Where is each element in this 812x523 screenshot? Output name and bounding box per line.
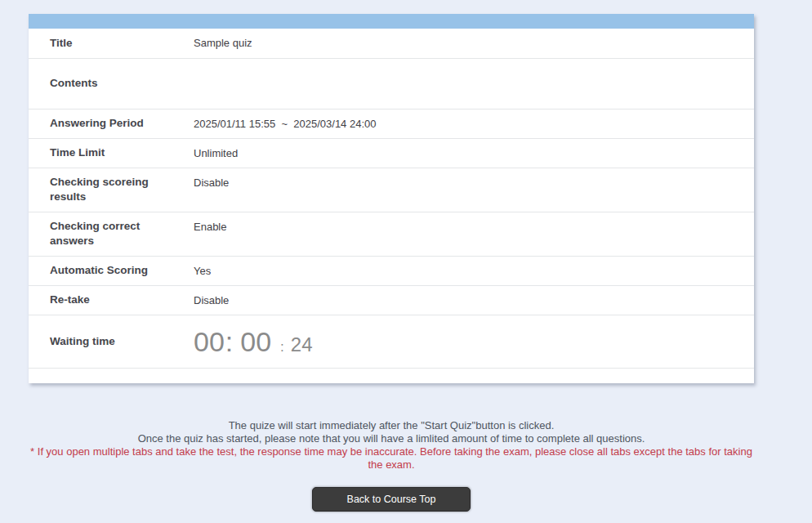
button-row: Back to Course Top	[29, 487, 754, 512]
quiz-info-card: Title Sample quiz Contents Answering Per…	[29, 14, 754, 383]
table-row-title: Title Sample quiz	[29, 29, 754, 58]
card-footer-strip	[29, 368, 754, 383]
waiting-time-countdown: 00:00:24	[194, 327, 744, 356]
row-value-automatic-scoring: Yes	[194, 256, 754, 285]
quiz-info-table: Title Sample quiz Contents Answering Per…	[29, 29, 754, 368]
table-row-retake: Re-take Disable	[29, 285, 754, 315]
table-row-waiting-time: Waiting time 00:00:24	[29, 315, 754, 368]
table-row-answering-period: Answering Period 2025/01/11 15:55 ~ 2025…	[29, 109, 754, 138]
quiz-instructions: The quize will start immediately after t…	[29, 419, 754, 472]
timer-colon: :	[280, 341, 284, 354]
row-label-automatic-scoring: Automatic Scoring	[29, 256, 194, 285]
row-label-checking-scoring-results: Checking scoreing results	[29, 168, 194, 212]
row-value-answering-period: 2025/01/11 15:55 ~ 2025/03/14 24:00	[194, 109, 754, 138]
back-to-course-top-button[interactable]: Back to Course Top	[312, 487, 471, 512]
row-value-checking-correct-answers: Enable	[194, 212, 754, 256]
timer-minutes: 00	[240, 327, 271, 356]
row-label-checking-correct-answers: Checking correct answers	[29, 212, 194, 256]
table-row-contents: Contents	[29, 58, 754, 109]
row-label-time-limit: Time Limit	[29, 138, 194, 168]
row-value-contents	[194, 58, 754, 109]
row-label-waiting-time: Waiting time	[29, 315, 194, 368]
table-row-checking-scoring-results: Checking scoreing results Disable	[29, 168, 754, 212]
row-label-title: Title	[29, 29, 194, 58]
card-header-bar	[29, 14, 754, 29]
timer-hours: 00	[194, 327, 225, 356]
instruction-time-limit-line: Once the quiz has started, please note t…	[29, 432, 754, 445]
row-value-title: Sample quiz	[194, 29, 754, 58]
row-label-answering-period: Answering Period	[29, 109, 194, 138]
row-value-time-limit: Unlimited	[194, 138, 754, 168]
instruction-start-line: The quize will start immediately after t…	[29, 419, 754, 432]
row-value-retake: Disable	[194, 285, 754, 315]
table-row-time-limit: Time Limit Unlimited	[29, 138, 754, 168]
row-value-checking-scoring-results: Disable	[194, 168, 754, 212]
row-label-contents: Contents	[29, 58, 194, 109]
timer-seconds: 24	[291, 338, 313, 351]
instruction-warning-text: * If you open multiple tabs and take the…	[29, 445, 754, 472]
row-label-retake: Re-take	[29, 285, 194, 315]
timer-colon: :	[225, 335, 233, 348]
table-row-automatic-scoring: Automatic Scoring Yes	[29, 256, 754, 285]
table-row-checking-correct-answers: Checking correct answers Enable	[29, 212, 754, 256]
